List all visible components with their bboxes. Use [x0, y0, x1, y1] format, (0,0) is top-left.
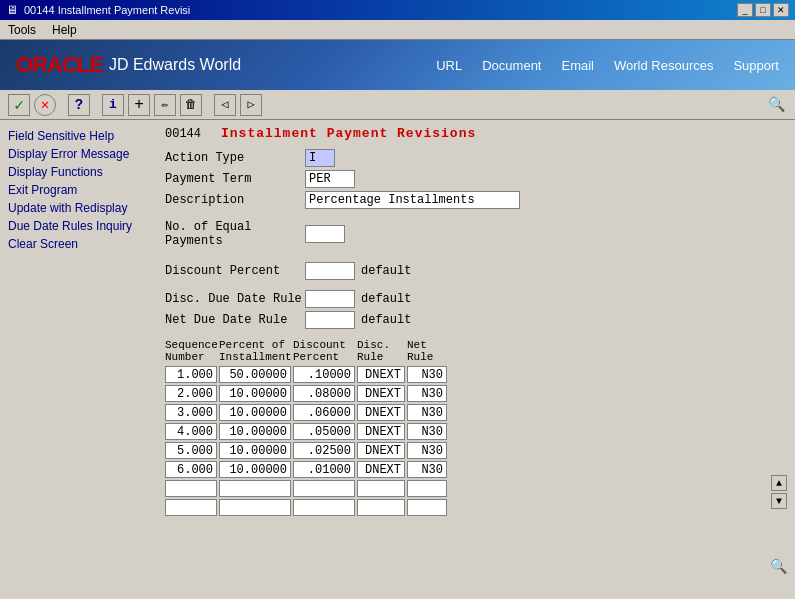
sidebar-item-clear-screen[interactable]: Clear Screen	[6, 236, 149, 252]
sidebar-item-exit-program[interactable]: Exit Program	[6, 182, 149, 198]
disc-pct-cell[interactable]	[293, 461, 355, 478]
net-rule-cell[interactable]	[407, 366, 447, 383]
scroll-down-button[interactable]: ▼	[771, 493, 787, 509]
close-button[interactable]: ✕	[773, 3, 789, 17]
delete-button[interactable]: 🗑	[180, 94, 202, 116]
pct-inst-cell[interactable]	[219, 461, 291, 478]
nav-document[interactable]: Document	[482, 58, 541, 73]
zoom-bottom-icon[interactable]: 🔍	[770, 558, 787, 575]
sidebar-item-field-sensitive-help[interactable]: Field Sensitive Help	[6, 128, 149, 144]
nav-support[interactable]: Support	[733, 58, 779, 73]
seq-cell[interactable]	[165, 442, 217, 459]
seq-cell[interactable]	[165, 480, 217, 497]
grid-rows	[165, 366, 785, 516]
form-header: 00144 Installment Payment Revisions	[165, 126, 785, 141]
seq-cell[interactable]	[165, 461, 217, 478]
form-id: 00144	[165, 127, 201, 141]
disc-due-date-default: default	[361, 292, 411, 306]
pct-inst-cell[interactable]	[219, 385, 291, 402]
description-input[interactable]	[305, 191, 520, 209]
scroll-up-button[interactable]: ▲	[771, 475, 787, 491]
disc-pct-cell[interactable]	[293, 404, 355, 421]
disc-pct-cell[interactable]	[293, 499, 355, 516]
minimize-button[interactable]: _	[737, 3, 753, 17]
disc-pct-cell[interactable]	[293, 442, 355, 459]
net-rule-cell[interactable]	[407, 442, 447, 459]
menu-tools[interactable]: Tools	[8, 23, 36, 37]
disc-rule-cell[interactable]	[357, 385, 405, 402]
net-due-date-input[interactable]	[305, 311, 355, 329]
net-rule-cell[interactable]	[407, 461, 447, 478]
disc-pct-cell[interactable]	[293, 385, 355, 402]
disc-rule-cell[interactable]	[357, 480, 405, 497]
table-row	[165, 366, 785, 383]
table-row	[165, 461, 785, 478]
net-rule-cell[interactable]	[407, 404, 447, 421]
net-due-date-default: default	[361, 313, 411, 327]
pct-inst-cell[interactable]	[219, 366, 291, 383]
nav-url[interactable]: URL	[436, 58, 462, 73]
forward-button[interactable]: ▷	[240, 94, 262, 116]
sidebar-item-due-date-rules-inquiry[interactable]: Due Date Rules Inquiry	[6, 218, 149, 234]
confirm-button[interactable]: ✓	[8, 94, 30, 116]
pct-inst-cell[interactable]	[219, 499, 291, 516]
disc-pct-cell[interactable]	[293, 480, 355, 497]
disc-rule-cell[interactable]	[357, 366, 405, 383]
disc-rule-cell[interactable]	[357, 404, 405, 421]
maximize-button[interactable]: □	[755, 3, 771, 17]
disc-rule-cell[interactable]	[357, 499, 405, 516]
net-rule-cell[interactable]	[407, 499, 447, 516]
disc-rule-cell[interactable]	[357, 423, 405, 440]
disc-rule-cell[interactable]	[357, 442, 405, 459]
discount-percent-label: Discount Percent	[165, 264, 305, 278]
menu-bar: Tools Help	[0, 20, 795, 40]
no-equal-payments-label: No. of Equal Payments	[165, 220, 305, 248]
seq-cell[interactable]	[165, 385, 217, 402]
form-title: Installment Payment Revisions	[221, 126, 476, 141]
disc-rule-cell[interactable]	[357, 461, 405, 478]
grid-section: Sequence Percent of Discount Disc. Net N…	[165, 339, 785, 516]
title-bar: 🖥 00144 Installment Payment Revisi _ □ ✕	[0, 0, 795, 20]
pct-inst-cell[interactable]	[219, 480, 291, 497]
net-rule-cell[interactable]	[407, 480, 447, 497]
scroll-buttons: ▲ ▼	[771, 475, 787, 509]
disc-pct-cell[interactable]	[293, 366, 355, 383]
col-header-net: Net	[407, 339, 447, 351]
header-nav: URL Document Email World Resources Suppo…	[436, 58, 779, 73]
pct-inst-cell[interactable]	[219, 423, 291, 440]
help-button[interactable]: ?	[68, 94, 90, 116]
cancel-button[interactable]: ✕	[34, 94, 56, 116]
seq-cell[interactable]	[165, 404, 217, 421]
table-row	[165, 442, 785, 459]
discount-percent-row: Discount Percent default	[165, 262, 785, 280]
discount-percent-input[interactable]	[305, 262, 355, 280]
seq-cell[interactable]	[165, 366, 217, 383]
net-rule-cell[interactable]	[407, 385, 447, 402]
net-rule-cell[interactable]	[407, 423, 447, 440]
seq-cell[interactable]	[165, 423, 217, 440]
edit-button[interactable]: ✏	[154, 94, 176, 116]
add-button[interactable]: +	[128, 94, 150, 116]
sidebar-item-display-functions[interactable]: Display Functions	[6, 164, 149, 180]
no-equal-payments-input[interactable]	[305, 225, 345, 243]
sidebar-item-display-error-message[interactable]: Display Error Message	[6, 146, 149, 162]
nav-world-resources[interactable]: World Resources	[614, 58, 713, 73]
disc-due-date-input[interactable]	[305, 290, 355, 308]
menu-help[interactable]: Help	[52, 23, 77, 37]
col-subheader-number: Number	[165, 351, 217, 363]
search-icon[interactable]: 🔍	[765, 94, 787, 116]
table-row	[165, 404, 785, 421]
content-area: 00144 Installment Payment Revisions Acti…	[155, 120, 795, 599]
seq-cell[interactable]	[165, 499, 217, 516]
info-button[interactable]: i	[102, 94, 124, 116]
pct-inst-cell[interactable]	[219, 442, 291, 459]
action-type-input[interactable]	[305, 149, 335, 167]
sidebar-item-update-with-redisplay[interactable]: Update with Redisplay	[6, 200, 149, 216]
disc-pct-cell[interactable]	[293, 423, 355, 440]
payment-term-input[interactable]	[305, 170, 355, 188]
oracle-sub-text: JD Edwards World	[109, 56, 241, 74]
back-button[interactable]: ◁	[214, 94, 236, 116]
nav-email[interactable]: Email	[561, 58, 594, 73]
no-equal-payments-row: No. of Equal Payments	[165, 220, 785, 248]
pct-inst-cell[interactable]	[219, 404, 291, 421]
